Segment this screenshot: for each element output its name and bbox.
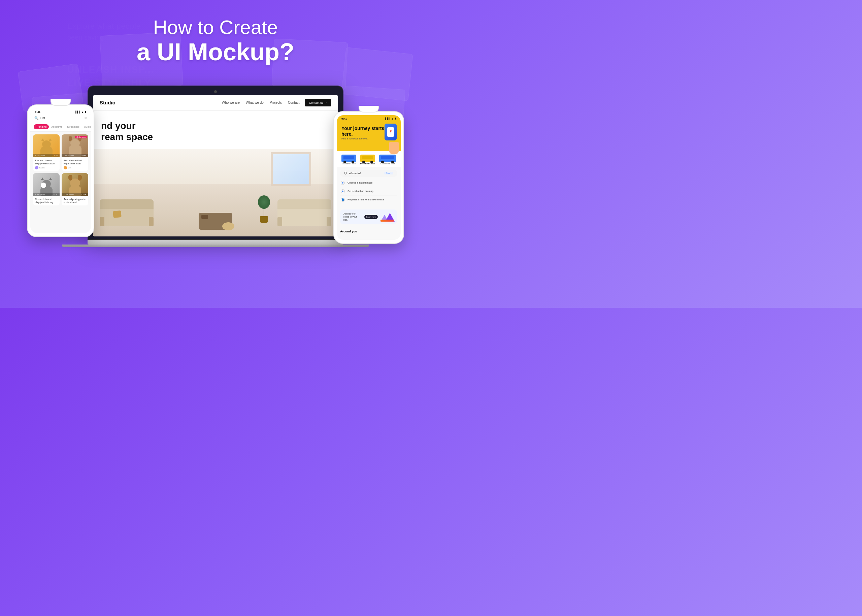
ride-option-2[interactable]: Set destination on map xyxy=(340,187,397,196)
phone-frame-left: 9:41 ▌▌▌ ▲ ▮ 🔍 Pet ✕ xyxy=(27,104,94,237)
wifi-icon: ▲ xyxy=(82,111,84,113)
card-4-info: Aute adipiscing ea in nostrud sunt xyxy=(61,196,88,206)
signal-icon: ▌▌▌ xyxy=(75,111,80,113)
tab-streaming[interactable]: Streaming xyxy=(64,124,82,129)
option-3-icon: 👤 xyxy=(341,198,345,202)
ride-around-you: Around you xyxy=(337,227,401,235)
search-icon: 🔍 xyxy=(35,116,38,120)
card-1-views: 1.1M views xyxy=(35,155,45,157)
ride-add-stop-button[interactable]: Learn more xyxy=(364,215,378,219)
search-clear-icon[interactable]: ✕ xyxy=(84,116,87,120)
nav-link-1[interactable]: Who we are xyxy=(222,101,240,104)
laptop: Studio Who we are What we do Projects Co… xyxy=(88,86,344,247)
tab-accounts[interactable]: Accounts xyxy=(49,124,64,129)
title-line1: How to Create xyxy=(137,16,294,39)
app-statusbar-right: 9:41 ▌▌▌ ▲ ▮ xyxy=(337,115,401,121)
card-1-stats: 1.1M views 12:35 xyxy=(33,154,60,157)
app-card-4[interactable]: 1.5M views 23.1k Aute adipiscing ea in n… xyxy=(61,173,88,206)
app-search-bar[interactable]: 🔍 Pet ✕ xyxy=(30,114,91,122)
ride-option-3[interactable]: 👤 Request a ride for someone else xyxy=(340,196,397,204)
card-4-image: 1.5M views 23.1k xyxy=(61,173,88,196)
card-3-duration: 26.3k xyxy=(53,193,58,195)
app-tabs: Trending Accounts Streaming Audio xyxy=(30,122,91,132)
car-option-3[interactable]: Standard 6-seat xyxy=(379,155,396,165)
nav-link-2[interactable]: What we do xyxy=(246,101,264,104)
card-2-title: Reprehenderit ad fugiat nulla molit xyxy=(64,159,86,165)
laptop-camera xyxy=(214,90,217,93)
laptop-frame: Studio Who we are What we do Projects Co… xyxy=(88,86,344,240)
option-2-icon xyxy=(341,189,345,193)
app-card-3[interactable]: 1.5M views 26.3k Consectetur est aliquip… xyxy=(33,173,60,206)
phone-screen-right: 9:41 ▌▌▌ ▲ ▮ Your journey starts here. F… xyxy=(337,115,401,240)
ride-add-stop-text: Add up to 5 stops to your ride. xyxy=(344,212,362,221)
nav-link-4[interactable]: Contact xyxy=(288,101,299,104)
card-2-info: Reprehenderit ad fugiat nulla molit Liz xyxy=(61,157,88,171)
laptop-screen: Studio Who we are What we do Projects Co… xyxy=(93,95,338,236)
plant-pot xyxy=(260,216,268,223)
sofa-left xyxy=(100,200,154,226)
ride-search-section: Where to? New ↓ Choose a saved place xyxy=(337,167,401,207)
ride-search-icon xyxy=(344,172,347,174)
car-option-2[interactable]: Premium 4-seat xyxy=(360,155,375,165)
plant-leaves xyxy=(258,195,270,209)
card-3-title: Consectetur est aliquip adipiscing xyxy=(35,198,58,204)
phone-screen-left: 9:41 ▌▌▌ ▲ ▮ 🔍 Pet ✕ xyxy=(30,108,91,233)
phone-left: 9:41 ▌▌▌ ▲ ▮ 🔍 Pet ✕ xyxy=(27,99,94,237)
car-1-wheel-l xyxy=(344,161,346,163)
card-3-image: 1.5M views 26.3k xyxy=(33,173,60,196)
card-1-duration: 12:35 xyxy=(53,155,58,157)
main-content: How to Create a UI Mockup? 9:41 ▌▌▌ ▲ ▮ xyxy=(0,0,431,294)
status-icons-left: ▌▌▌ ▲ ▮ xyxy=(75,110,86,113)
card-1-title: Eiusmod Lorem aliquip exercitation xyxy=(35,159,58,165)
battery-icon-right: ▮ xyxy=(395,117,396,120)
app-card-2[interactable]: Order ago 12.6k views 19.6k Reprehenderi… xyxy=(61,134,88,171)
pillow xyxy=(113,211,122,218)
card-2-avatar xyxy=(64,166,67,170)
car-option-1[interactable]: Standard 4-seat xyxy=(341,155,356,165)
phone-frame-right: 9:41 ▌▌▌ ▲ ▮ Your journey starts here. F… xyxy=(333,111,404,244)
app-card-1[interactable]: 1.1M views 12:35 Eiusmod Lorem aliquip e… xyxy=(33,134,60,171)
ride-search-box[interactable]: Where to? New ↓ xyxy=(340,170,397,177)
car-1-wheel-r xyxy=(352,161,354,163)
tab-trending[interactable]: Trending xyxy=(34,124,49,129)
option-1-icon xyxy=(341,181,345,185)
card-1-info: Eiusmod Lorem aliquip exercitation Laura xyxy=(33,157,60,171)
option-3-text: Request a ride for someone else xyxy=(347,198,384,201)
ride-hero-icon: 📍 xyxy=(385,124,397,140)
website-mockup: Studio Who we are What we do Projects Co… xyxy=(93,95,338,236)
car-icon-1 xyxy=(341,155,356,162)
ride-hero-hand xyxy=(389,142,399,154)
card-1-author-name: Laura xyxy=(39,167,44,169)
ottoman xyxy=(222,222,234,230)
website-hero: nd your ream space We are an innovative … xyxy=(93,111,338,236)
card-2-stats: 12.6k views 19.6k xyxy=(61,154,88,157)
website-hero-title: nd your ream space xyxy=(101,120,220,143)
title-line2: a UI Mockup? xyxy=(137,39,294,65)
window xyxy=(271,152,311,186)
nav-link-3[interactable]: Projects xyxy=(270,101,282,104)
app-grid: 1.1M views 12:35 Eiusmod Lorem aliquip e… xyxy=(30,132,91,208)
status-icons-right: ▌▌▌ ▲ ▮ xyxy=(385,117,396,120)
ride-option-1[interactable]: Choose a saved place xyxy=(340,179,397,187)
card-4-stats: 1.5M views 23.1k xyxy=(61,193,88,196)
card-1-author: Laura xyxy=(35,166,58,170)
card-2-duration: 19.6k xyxy=(81,155,86,157)
car-2-wheel-l xyxy=(362,161,365,163)
plant xyxy=(257,196,271,223)
website-cta-button[interactable]: Contact us → xyxy=(305,99,331,107)
phone-notch xyxy=(50,99,71,106)
new-badge-text: New ↓ xyxy=(386,172,392,174)
card-3-views: 1.5M views xyxy=(35,193,45,195)
ride-add-stop: Add up to 5 stops to your ride. Learn mo… xyxy=(340,209,397,224)
status-time-right: 9:41 xyxy=(341,117,347,120)
website-nav-links: Who we are What we do Projects Contact xyxy=(222,101,300,104)
car-2-wheel-r xyxy=(371,161,373,163)
around-you-text: Around you xyxy=(340,230,357,233)
signal-icon-right: ▌▌▌ xyxy=(385,118,390,120)
tab-audio[interactable]: Audio xyxy=(82,124,91,129)
website-logo: Studio xyxy=(100,100,116,105)
car-3-wheel-l xyxy=(381,161,384,163)
card-3-info: Consectetur est aliquip adipiscing xyxy=(33,196,60,206)
card-2-badge: Order ago xyxy=(75,136,87,138)
laptop-foot xyxy=(62,245,369,247)
